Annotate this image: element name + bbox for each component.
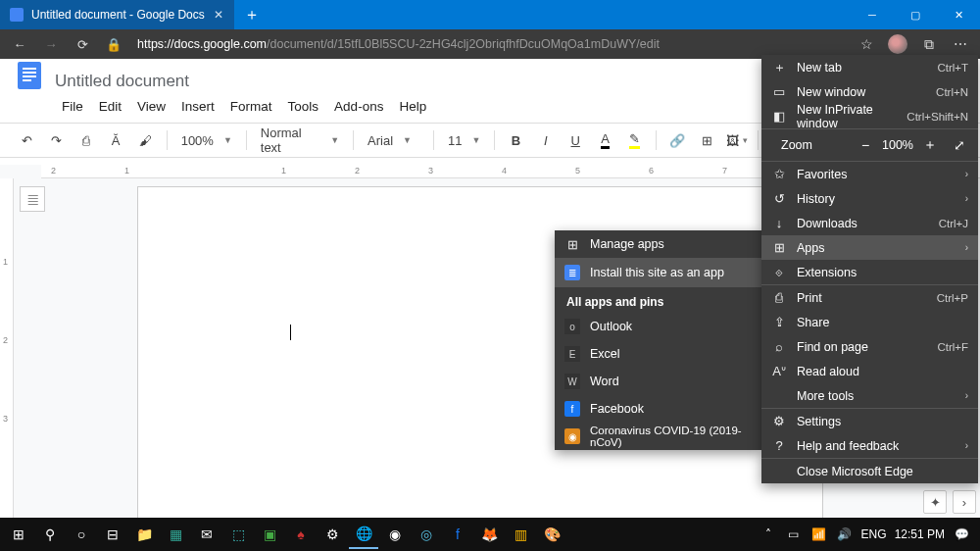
menu-print[interactable]: ⎙PrintCtrl+P: [761, 285, 978, 310]
menu-favorites[interactable]: ✩Favorites›: [761, 162, 978, 186]
app-coronavirus[interactable]: ◉Coronavirus COVID-19 (2019-nCoV): [555, 423, 761, 450]
paint-format-button[interactable]: 🖌: [132, 126, 158, 154]
tray-wifi-icon[interactable]: 📶: [810, 527, 828, 541]
favorite-star-icon[interactable]: ☆: [853, 30, 880, 58]
taskbar-app[interactable]: f: [443, 520, 472, 549]
app-word[interactable]: WWord: [555, 368, 761, 395]
zoom-select[interactable]: 100%▼: [175, 133, 238, 148]
menu-addons[interactable]: Add-ons: [327, 96, 390, 117]
explore-button[interactable]: ✦: [923, 490, 947, 514]
undo-button[interactable]: ↶: [14, 126, 39, 154]
document-title[interactable]: Untitled document: [55, 72, 189, 91]
vertical-ruler[interactable]: 1 2 3: [0, 178, 14, 518]
insert-image-button[interactable]: 🖼▾: [724, 126, 750, 154]
browser-tab[interactable]: Untitled document - Google Docs ✕: [0, 0, 234, 29]
menu-insert[interactable]: Insert: [174, 96, 221, 117]
highlight-button[interactable]: ✎: [622, 126, 648, 154]
print-button[interactable]: ⎙: [74, 126, 99, 154]
outline-toggle-icon[interactable]: ≣: [20, 186, 45, 212]
app-excel[interactable]: EExcel: [555, 340, 761, 368]
back-button[interactable]: ←: [6, 30, 33, 58]
tray-battery-icon[interactable]: ▭: [785, 527, 803, 541]
docs-app-icon: ≣: [564, 265, 580, 280]
insert-link-button[interactable]: 🔗: [664, 126, 690, 154]
font-family-select[interactable]: Arial▼: [362, 133, 425, 148]
menu-more-tools[interactable]: More tools›: [761, 383, 978, 408]
taskbar-edge[interactable]: 🌐: [349, 520, 378, 549]
menu-edit[interactable]: Edit: [92, 96, 128, 117]
taskbar-app[interactable]: ✉: [192, 520, 221, 549]
menu-file[interactable]: File: [55, 96, 90, 117]
menu-overflow-button[interactable]: ⋯: [947, 30, 974, 58]
menu-help[interactable]: ?Help and feedback›: [761, 433, 978, 458]
cortana-button[interactable]: ○: [67, 520, 96, 549]
taskbar-app[interactable]: ♠: [286, 520, 316, 549]
tray-chevron-icon[interactable]: ˄: [760, 527, 777, 541]
side-panel-chevron-icon[interactable]: ›: [953, 490, 976, 514]
taskbar-chrome[interactable]: ◉: [380, 520, 410, 549]
refresh-button[interactable]: ⟳: [69, 30, 96, 58]
menu-downloads[interactable]: ↓DownloadsCtrl+J: [761, 211, 978, 235]
italic-button[interactable]: I: [533, 126, 559, 154]
font-size-select[interactable]: 11▼: [442, 133, 486, 148]
taskbar-firefox[interactable]: 🦊: [474, 520, 504, 549]
lock-icon[interactable]: 🔒: [100, 30, 127, 58]
app-outlook[interactable]: oOutlook: [555, 313, 761, 340]
extensions-icon[interactable]: ⧉: [915, 30, 943, 58]
insert-comment-button[interactable]: ⊞: [694, 126, 719, 154]
text-color-button[interactable]: A: [592, 126, 617, 154]
taskbar-app[interactable]: 🎨: [537, 520, 566, 549]
menu-close-edge[interactable]: Close Microsoft Edge: [761, 459, 978, 483]
menu-find[interactable]: ⌕Find on pageCtrl+F: [761, 334, 978, 359]
google-docs-logo[interactable]: [14, 60, 45, 91]
address-bar[interactable]: https://docs.google.com/document/d/15tfL…: [131, 32, 849, 56]
install-site-as-app[interactable]: ≣Install this site as an app: [555, 259, 761, 286]
task-view-button[interactable]: ⊟: [98, 520, 127, 549]
taskbar-app[interactable]: ⚙: [318, 520, 347, 549]
paragraph-style-select[interactable]: Normal text▼: [255, 125, 345, 155]
tray-notifications-icon[interactable]: 💬: [953, 527, 970, 541]
menu-help[interactable]: Help: [392, 96, 433, 117]
search-button[interactable]: ⚲: [35, 520, 65, 549]
taskbar-app[interactable]: 📁: [129, 520, 159, 549]
zoom-out-button[interactable]: −: [853, 132, 878, 158]
fullscreen-button[interactable]: ⤢: [947, 132, 972, 158]
taskbar-app[interactable]: ⬚: [223, 520, 253, 549]
menu-new-tab[interactable]: ＋New tabCtrl+T: [761, 55, 978, 79]
taskbar-app[interactable]: ▦: [161, 520, 190, 549]
app-facebook[interactable]: fFacebook: [555, 395, 761, 423]
menu-settings[interactable]: ⚙Settings: [761, 409, 978, 433]
close-tab-icon[interactable]: ✕: [211, 7, 226, 23]
forward-button[interactable]: →: [37, 30, 65, 58]
taskbar-app[interactable]: ◎: [412, 520, 441, 549]
menu-extensions[interactable]: ⟐Extensions: [761, 260, 978, 284]
menu-apps[interactable]: ⊞Apps›: [761, 235, 978, 260]
docs-favicon: [10, 8, 24, 22]
start-button[interactable]: ⊞: [4, 520, 33, 549]
close-window-button[interactable]: ✕: [937, 0, 980, 29]
menu-new-window[interactable]: ▭New windowCtrl+N: [761, 79, 978, 104]
tray-volume-icon[interactable]: 🔊: [836, 527, 854, 541]
tray-clock[interactable]: 12:51 PM: [895, 527, 945, 541]
minimize-button[interactable]: ─: [851, 0, 894, 29]
maximize-button[interactable]: ▢: [894, 0, 937, 29]
underline-button[interactable]: U: [563, 126, 588, 154]
zoom-in-button[interactable]: ＋: [917, 132, 943, 158]
profile-avatar[interactable]: [884, 30, 911, 58]
menu-format[interactable]: Format: [223, 96, 279, 117]
menu-share[interactable]: ⇪Share: [761, 310, 978, 334]
manage-apps[interactable]: ⊞Manage apps: [555, 230, 761, 258]
menu-history[interactable]: ↺History›: [761, 186, 978, 211]
spellcheck-button[interactable]: Ă: [103, 126, 128, 154]
menu-new-inprivate[interactable]: ◧New InPrivate windowCtrl+Shift+N: [761, 104, 978, 128]
taskbar-app[interactable]: ▥: [506, 520, 535, 549]
menu-view[interactable]: View: [130, 96, 172, 117]
tray-language[interactable]: ENG: [861, 527, 887, 541]
redo-button[interactable]: ↷: [43, 126, 69, 154]
print-icon: ⎙: [771, 290, 787, 305]
bold-button[interactable]: B: [503, 126, 528, 154]
new-tab-button[interactable]: ＋: [238, 1, 266, 28]
taskbar-app[interactable]: ▣: [255, 520, 284, 549]
menu-tools[interactable]: Tools: [281, 96, 326, 117]
menu-read-aloud[interactable]: AᐡRead aloud: [761, 359, 978, 383]
